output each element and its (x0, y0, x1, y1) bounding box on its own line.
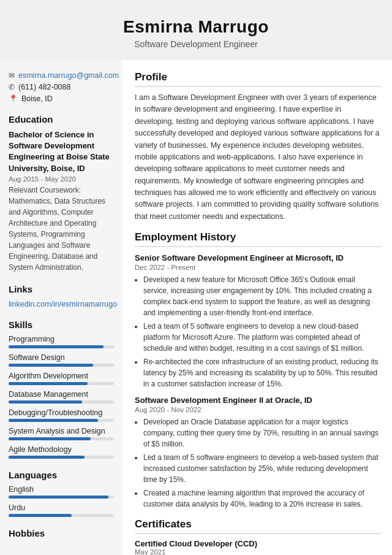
job-dates: Dec 2022 - Present (135, 264, 381, 271)
hobbies-section: Hobbies (9, 528, 114, 538)
job-entry: Software Development Engineer II at Orac… (135, 396, 381, 510)
job-bullet: Led a team of 5 software engineers to de… (143, 452, 381, 485)
education-section: Education Bachelor of Science in Softwar… (9, 114, 114, 273)
skill-label: Programming (9, 335, 114, 343)
links-title: Links (9, 284, 114, 294)
job-dates: Aug 2020 - Nov 2022 (135, 406, 381, 413)
email-link[interactable]: esmirna.marrugo@gmail.com (18, 71, 119, 80)
sidebar: ✉ esmirna.marrugo@gmail.com ✆ (611) 482-… (0, 60, 123, 555)
content-area: ✉ esmirna.marrugo@gmail.com ✆ (611) 482-… (0, 60, 392, 555)
skill-bar-fill (9, 364, 93, 367)
skill-bar-fill (9, 456, 85, 459)
edu-coursework: Relevant Coursework: Mathematics, Data S… (9, 185, 114, 273)
skill-bar-bg (9, 364, 114, 367)
skill-bar-fill (9, 400, 82, 404)
skills-title: Skills (9, 320, 114, 330)
language-item: Urdu (9, 503, 114, 517)
lang-bar-fill (9, 514, 72, 517)
lang-bar-bg (9, 514, 114, 517)
phone-icon: ✆ (9, 83, 15, 91)
email-icon: ✉ (9, 71, 15, 80)
contact-section: ✉ esmirna.marrugo@gmail.com ✆ (611) 482-… (9, 71, 114, 103)
skill-item: Programming (9, 335, 114, 348)
languages-section: Languages English Urdu (9, 470, 114, 517)
job-bullet: Created a machine learning algorithm tha… (143, 488, 381, 510)
certificate-entry: Certified Cloud Developer (CCD) May 2021 (135, 539, 381, 555)
lang-bar-bg (9, 496, 114, 499)
skill-bar-fill (9, 419, 98, 422)
skill-bar-bg (9, 437, 114, 440)
certificates-section-title: Certificates (135, 518, 381, 534)
main-content: Profile I am a Software Development Engi… (123, 60, 392, 555)
candidate-title: Software Development Engineer (12, 39, 380, 49)
education-title: Education (9, 114, 114, 124)
linkedin-link[interactable]: linkedin.com/in/esmirnamarrugo (9, 300, 117, 308)
profile-section-title: Profile (135, 71, 381, 87)
phone-number: (611) 482-0088 (18, 83, 70, 91)
job-title: Software Development Engineer II at Orac… (135, 396, 381, 405)
hobbies-title: Hobbies (9, 528, 114, 538)
skill-bar-bg (9, 400, 114, 404)
job-title: Senior Software Development Engineer at … (135, 253, 381, 262)
links-section: Links linkedin.com/in/esmirnamarrugo (9, 284, 114, 308)
skill-bar-bg (9, 456, 114, 459)
job-bullet: Developed an Oracle Database application… (143, 416, 381, 450)
edu-degree: Bachelor of Science in Software Developm… (9, 129, 114, 174)
job-bullet: Re-architected the core infrastructure o… (143, 356, 381, 389)
skill-label: Database Management (9, 390, 114, 399)
skills-list: Programming Software Design Algorithm De… (9, 335, 114, 459)
job-entry: Senior Software Development Engineer at … (135, 253, 381, 389)
skill-bar-fill (9, 437, 91, 440)
location-text: Boise, ID (21, 94, 53, 103)
lang-label: Urdu (9, 503, 114, 512)
location-row: 📍 Boise, ID (9, 94, 114, 103)
skill-bar-fill (9, 345, 104, 348)
job-bullets: Developed an Oracle Database application… (135, 416, 381, 510)
lang-bar-fill (9, 496, 108, 499)
skill-bar-bg (9, 419, 114, 422)
skill-bar-bg (9, 382, 114, 385)
skill-bar-fill (9, 382, 88, 385)
skill-item: Software Design (9, 353, 114, 367)
header: Esmirna Marrugo Software Development Eng… (0, 0, 392, 60)
skill-label: Debugging/Troubleshooting (9, 408, 114, 417)
profile-text: I am a Software Development Engineer wit… (135, 92, 381, 223)
job-bullet: Developed a new feature for Microsoft Of… (143, 274, 381, 318)
skill-item: Agile Methodology (9, 445, 114, 459)
skill-item: System Analysis and Design (9, 427, 114, 440)
skill-label: Software Design (9, 353, 114, 362)
jobs-list: Senior Software Development Engineer at … (135, 253, 381, 510)
skill-label: System Analysis and Design (9, 427, 114, 435)
skill-item: Debugging/Troubleshooting (9, 408, 114, 422)
languages-list: English Urdu (9, 485, 114, 517)
skill-bar-bg (9, 345, 114, 348)
job-bullets: Developed a new feature for Microsoft Of… (135, 274, 381, 389)
job-bullet: Led a team of 5 software engineers to de… (143, 321, 381, 354)
email-row: ✉ esmirna.marrugo@gmail.com (9, 71, 114, 80)
lang-label: English (9, 485, 114, 494)
certificates-list: Certified Cloud Developer (CCD) May 2021… (135, 539, 381, 555)
edu-dates: Aug 2015 - May 2020 (9, 175, 114, 183)
cert-name: Certified Cloud Developer (CCD) (135, 539, 381, 548)
cert-date: May 2021 (135, 548, 381, 555)
skill-item: Database Management (9, 390, 114, 404)
phone-row: ✆ (611) 482-0088 (9, 83, 114, 91)
language-item: English (9, 485, 114, 499)
employment-section-title: Employment History (135, 231, 381, 247)
coursework-label: Relevant Coursework: (9, 186, 81, 194)
skills-section: Skills Programming Software Design Algor… (9, 320, 114, 459)
coursework-text: Mathematics, Data Structures and Algorit… (9, 197, 105, 272)
candidate-name: Esmirna Marrugo (12, 17, 380, 37)
skill-label: Algorithm Development (9, 372, 114, 380)
location-icon: 📍 (9, 94, 18, 103)
skill-label: Agile Methodology (9, 445, 114, 454)
skill-item: Algorithm Development (9, 372, 114, 385)
languages-title: Languages (9, 470, 114, 480)
